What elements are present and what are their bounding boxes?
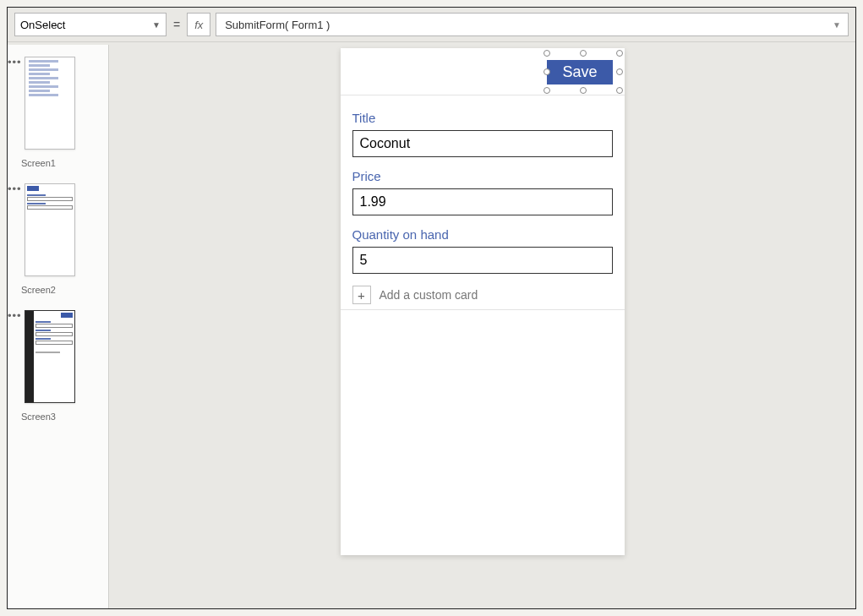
screen-thumb-2[interactable]: •••	[18, 183, 98, 276]
more-icon[interactable]: •••	[8, 313, 22, 319]
price-input[interactable]	[352, 188, 613, 215]
property-dropdown[interactable]: OnSelect ▼	[14, 13, 167, 36]
add-custom-card-label: Add a custom card	[380, 288, 478, 302]
property-dropdown-value: OnSelect	[20, 19, 65, 31]
save-button[interactable]: Save	[547, 60, 612, 84]
canvas-area: Save Title Price	[109, 45, 855, 608]
field-label: Quantity on hand	[352, 227, 613, 242]
title-input[interactable]	[352, 130, 613, 157]
screen-thumb-3[interactable]: •••	[18, 310, 98, 403]
phone-header: Save	[341, 48, 625, 95]
add-custom-card-row[interactable]: + Add a custom card	[352, 286, 613, 304]
workspace: ••• Screen1 ••• Screen2 •••	[8, 45, 855, 608]
fx-icon: fx	[194, 19, 203, 31]
screen-label: Screen3	[21, 412, 108, 422]
screens-pane: ••• Screen1 ••• Screen2 •••	[8, 45, 109, 608]
chevron-down-icon: ▼	[833, 20, 841, 30]
phone-preview: Save Title Price	[341, 48, 625, 555]
chevron-down-icon: ▼	[152, 20, 161, 30]
field-label: Price	[352, 169, 613, 183]
formula-bar: OnSelect ▼ = fx SubmitForm( Form1 ) ▼	[8, 8, 855, 42]
more-icon[interactable]: •••	[8, 60, 22, 65]
formula-input[interactable]: SubmitForm( Form1 ) ▼	[216, 13, 849, 36]
quantity-input[interactable]	[352, 247, 613, 274]
more-icon[interactable]: •••	[8, 187, 22, 192]
field-price: Price	[352, 169, 613, 215]
equals-sign: =	[172, 18, 182, 31]
field-label: Title	[352, 111, 613, 125]
screen-thumb-1[interactable]: •••	[18, 57, 98, 150]
app-frame: OnSelect ▼ = fx SubmitForm( Form1 ) ▼ ••…	[7, 7, 856, 609]
screen-label: Screen2	[21, 285, 108, 295]
formula-text: SubmitForm( Form1 )	[225, 19, 330, 31]
fx-button[interactable]: fx	[187, 13, 210, 36]
plus-icon[interactable]: +	[352, 286, 371, 304]
field-title: Title	[352, 111, 613, 157]
field-quantity: Quantity on hand	[352, 227, 613, 274]
form-area: Title Price Quantity on hand + Add a cus…	[341, 95, 625, 310]
screen-label: Screen1	[21, 158, 108, 168]
